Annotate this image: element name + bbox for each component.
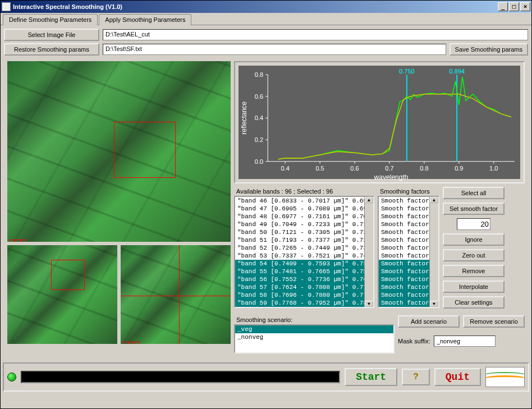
- list-item[interactable]: "band 58 [0.7696 - 0.7880 µm]" 0.778800: [235, 291, 373, 299]
- help-button[interactable]: ?: [402, 369, 430, 385]
- list-item[interactable]: "band 52 [0.7265 - 0.7449 µm]" 0.735700: [235, 244, 373, 252]
- band-listbox[interactable]: "band 46 [0.6833 - 0.7017 µm]" 0.692500"…: [234, 196, 374, 308]
- smooth-factor-listbox[interactable]: Smooth factor: 0Smooth factor: 0Smooth f…: [378, 196, 439, 308]
- svg-text:0.6: 0.6: [350, 165, 359, 172]
- zoom-image[interactable]: [121, 245, 231, 344]
- list-item[interactable]: _nonveg: [235, 333, 393, 341]
- svg-text:0.5: 0.5: [315, 165, 324, 172]
- select-all-button[interactable]: Select all: [443, 187, 505, 199]
- clear-settings-button[interactable]: Clear settings: [443, 296, 505, 309]
- scenario-listbox[interactable]: _veg_nonveg: [234, 324, 395, 353]
- list-item[interactable]: "band 56 [0.7552 - 0.7736 µm]" 0.764400: [235, 275, 373, 283]
- main-tabs: Define Smoothing Parameters Apply Smooth…: [1, 13, 531, 25]
- minimize-button[interactable]: _: [498, 2, 508, 11]
- smooth-factor-input[interactable]: [457, 218, 490, 230]
- list-item[interactable]: "band 51 [0.7193 - 0.7377 µm]" 0.728500: [235, 236, 373, 244]
- svg-text:0.4: 0.4: [281, 165, 289, 172]
- params-path-field[interactable]: D:\Test\SF.txt: [103, 44, 446, 55]
- list-item[interactable]: "band 55 [0.7481 - 0.7665 µm]" 0.757300: [235, 268, 373, 275]
- add-scenario-button[interactable]: Add scenario: [398, 315, 460, 328]
- scrollbar[interactable]: [429, 197, 438, 307]
- list-item[interactable]: "band 46 [0.6833 - 0.7017 µm]" 0.692500: [235, 197, 373, 205]
- interpolate-button[interactable]: Interpolate: [443, 281, 505, 293]
- scrollbar[interactable]: [364, 197, 373, 307]
- svg-text:0.8: 0.8: [255, 71, 263, 78]
- progress-bar: [21, 371, 340, 383]
- list-item[interactable]: Smooth factor: 20: [379, 307, 438, 308]
- sf-header: Smoothing factors: [378, 187, 439, 196]
- scenario-label: Smoothing scenario:: [234, 315, 395, 324]
- list-item[interactable]: "band 48 [0.6977 - 0.7161 µm]" 0.706900: [235, 213, 373, 220]
- remove-button[interactable]: Remove: [443, 265, 505, 277]
- status-led-icon: [7, 373, 16, 382]
- remove-scenario-button[interactable]: Remove scenario: [463, 315, 525, 328]
- restore-params-button[interactable]: Restore Smoothing params: [4, 43, 99, 56]
- svg-text:1.0: 1.0: [489, 165, 498, 172]
- svg-text:0.7: 0.7: [385, 165, 393, 172]
- mask-suffix-input[interactable]: [434, 336, 496, 347]
- app-icon: [2, 2, 11, 11]
- bands-header: Available bands : 96 ; Selected : 96: [234, 187, 374, 196]
- status-bar: Start ? Quit: [3, 362, 529, 392]
- svg-text:0.4: 0.4: [255, 114, 263, 121]
- start-button[interactable]: Start: [345, 368, 397, 386]
- svg-text:reflectance: reflectance: [240, 102, 248, 135]
- svg-text:0.2: 0.2: [255, 136, 263, 143]
- select-image-button[interactable]: Select Image File: [4, 29, 99, 41]
- crosshair-h: [121, 296, 231, 296]
- overview-image[interactable]: [7, 245, 117, 344]
- overview-rect[interactable]: [51, 260, 85, 290]
- titlebar: Interactive Spectral Smoothing (V1.0) _ …: [1, 1, 531, 13]
- selection-rect[interactable]: [114, 122, 176, 178]
- list-item[interactable]: "band 54 [0.7409 - 0.7593 µm]" 0.750100: [235, 260, 373, 268]
- close-button[interactable]: ×: [520, 2, 530, 11]
- svg-text:0.8: 0.8: [420, 165, 428, 172]
- svg-text:0.750: 0.750: [399, 68, 415, 75]
- spectral-chart[interactable]: 0.00.20.40.60.80.40.50.60.70.80.91.0wave…: [234, 61, 525, 183]
- list-item[interactable]: "band 53 [0.7337 - 0.7521 µm]" 0.742900: [235, 252, 373, 260]
- svg-text:0.0: 0.0: [255, 158, 263, 165]
- tab-apply[interactable]: Apply Smoothing Parameters: [99, 14, 191, 25]
- svg-text:0.894: 0.894: [449, 68, 465, 75]
- zero-out-button[interactable]: Zero out: [443, 249, 505, 261]
- image-path-field[interactable]: D:\Test\AEL_cut: [103, 29, 528, 40]
- tab-define[interactable]: Define Smoothing Parameters: [3, 14, 98, 25]
- maximize-button[interactable]: □: [509, 2, 519, 11]
- svg-text:0.9: 0.9: [455, 165, 463, 172]
- main-image-view[interactable]: [7, 61, 231, 242]
- list-item[interactable]: "band 60 [0.7840 - 0.8024 µm]" 0.793200: [235, 307, 373, 308]
- list-item[interactable]: "band 49 [0.7049 - 0.7233 µm]" 0.714100: [235, 220, 373, 228]
- ignore-button[interactable]: Ignore: [443, 233, 505, 246]
- logo-icon: [485, 367, 525, 387]
- set-smooth-factor-button[interactable]: Set smooth factor: [443, 203, 505, 215]
- list-item[interactable]: "band 50 [0.7121 - 0.7305 µm]" 0.721300: [235, 228, 373, 236]
- save-params-button[interactable]: Save Smoothing params: [450, 43, 528, 56]
- list-item[interactable]: "band 47 [0.6905 - 0.7089 µm]" 0.699700: [235, 205, 373, 213]
- list-item[interactable]: "band 57 [0.7624 - 0.7808 µm]" 0.771600: [235, 283, 373, 291]
- mask-suffix-label: Mask suffix:: [398, 338, 430, 344]
- quit-button[interactable]: Quit: [434, 368, 481, 386]
- svg-text:wavelength: wavelength: [374, 173, 409, 181]
- crosshair-v: [179, 245, 180, 344]
- window-title: Interactive Spectral Smoothing (V1.0): [11, 3, 497, 10]
- list-item[interactable]: _veg: [235, 325, 393, 333]
- svg-text:0.6: 0.6: [255, 93, 263, 100]
- list-item[interactable]: "band 59 [0.7768 - 0.7952 µm]" 0.786000: [235, 299, 373, 307]
